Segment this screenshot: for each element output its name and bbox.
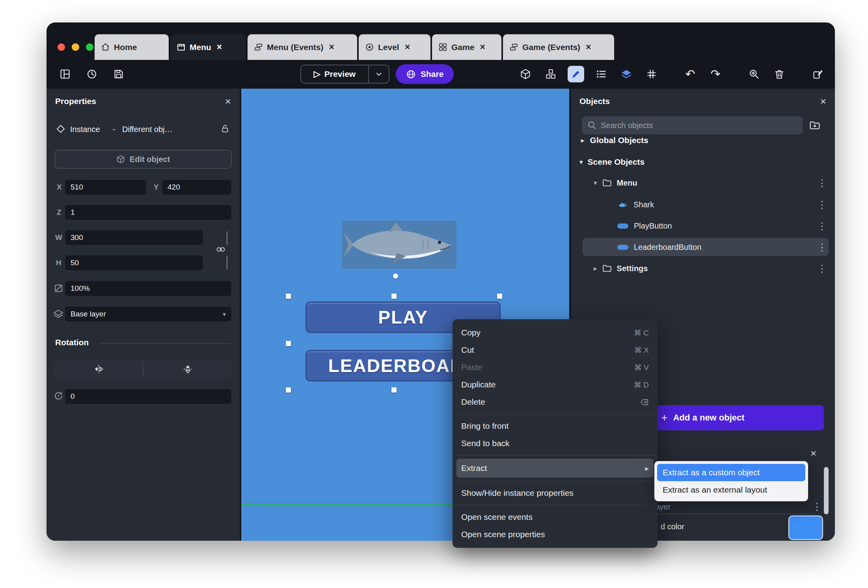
menu-item-extract[interactable]: Extract ▸ (456, 459, 654, 478)
pencil-tool-icon[interactable] (568, 66, 584, 82)
menu-item-show-hide-instance-properties[interactable]: Show/Hide instance properties (453, 484, 658, 502)
menu-item-delete[interactable]: Delete (453, 393, 658, 411)
opacity-input[interactable] (65, 281, 232, 296)
y-input[interactable] (162, 179, 232, 195)
grid-icon[interactable] (643, 66, 660, 82)
tree-label: Menu (617, 179, 637, 188)
plus-icon: + (661, 411, 667, 424)
objects-stack-icon[interactable] (542, 66, 559, 82)
preview-button[interactable]: ▷ Preview (301, 69, 368, 79)
kebab-menu-icon[interactable]: ⋮ (812, 502, 822, 512)
close-icon[interactable]: × (405, 43, 410, 52)
selection-handle[interactable] (286, 387, 291, 393)
zoom-in-icon[interactable] (746, 66, 762, 82)
traffic-light-zoom[interactable] (86, 43, 93, 51)
h-input[interactable] (65, 255, 203, 271)
color-fragment-label: d color (661, 522, 684, 531)
group-global-objects[interactable]: ▸ Global Objects (571, 132, 835, 149)
close-icon[interactable]: × (217, 43, 222, 52)
menu-item-label: Paste (461, 363, 482, 372)
events-sheet-icon (509, 43, 518, 52)
undo-icon[interactable]: ↶ (682, 66, 698, 82)
rotation-input[interactable] (65, 389, 232, 404)
tab-menu[interactable]: Menu × (170, 34, 246, 60)
selection-handle[interactable] (497, 294, 502, 299)
menu-item-open-scene-properties[interactable]: Open scene properties (453, 526, 658, 543)
menu-item-bring-to-front[interactable]: Bring to front (453, 417, 658, 435)
redo-icon[interactable]: ↷ (707, 66, 724, 82)
menu-divider (453, 505, 658, 505)
close-icon[interactable]: × (586, 43, 591, 52)
share-button[interactable]: Share (396, 64, 454, 84)
menu-item-duplicate[interactable]: Duplicate ⌘ D (453, 376, 658, 393)
save-icon[interactable] (110, 66, 127, 82)
selection-handle[interactable] (286, 341, 291, 346)
scrollbar-thumb[interactable] (824, 467, 829, 514)
link-size-icon[interactable] (215, 244, 226, 255)
tab-home[interactable]: Home (95, 34, 169, 60)
kebab-menu-icon[interactable]: ⋮ (817, 221, 827, 231)
submenu-item-extract-external-layout[interactable]: Extract as an external layout (657, 481, 805, 499)
selection-handle[interactable] (286, 294, 291, 299)
tree-object-playbutton[interactable]: PlayButton ⋮ (571, 218, 835, 234)
trash-icon[interactable] (771, 66, 788, 82)
close-icon[interactable]: × (225, 96, 231, 106)
flip-vertical-button[interactable] (143, 359, 232, 378)
shark-sprite[interactable] (342, 221, 456, 269)
kebab-menu-icon[interactable]: ⋮ (817, 264, 827, 274)
menu-item-label: Show/Hide instance properties (461, 488, 574, 498)
tab-game[interactable]: Game × (432, 34, 501, 60)
menu-item-copy[interactable]: Copy ⌘ C (453, 324, 658, 341)
flip-horizontal-button[interactable] (54, 359, 143, 378)
kebab-menu-icon[interactable]: ⋮ (817, 178, 827, 188)
menu-divider (453, 455, 658, 456)
x-input[interactable] (65, 179, 147, 195)
add-object-label: Add a new object (673, 413, 745, 423)
tree-folder-menu[interactable]: ▾ Menu ⋮ (571, 175, 835, 191)
tree-object-leaderboardbutton[interactable]: LeaderboardButton ⋮ (571, 239, 835, 255)
lock-icon[interactable] (220, 123, 230, 134)
menu-item-paste: Paste ⌘ V (453, 359, 658, 376)
preview-dropdown-button[interactable] (369, 71, 389, 78)
edit-object-button[interactable]: Edit object (54, 150, 232, 169)
pencil-square-icon[interactable] (810, 66, 826, 82)
tree-folder-settings[interactable]: ▸ Settings ⋮ (571, 260, 835, 277)
menu-item-label: Duplicate (461, 380, 496, 389)
preview-label: Preview (324, 69, 356, 79)
close-icon[interactable]: × (480, 43, 485, 52)
rotation-handle[interactable] (393, 274, 398, 279)
cube-3d-icon[interactable] (517, 66, 534, 82)
menu-item-send-to-back[interactable]: Send to back (453, 435, 658, 452)
close-icon[interactable]: × (820, 96, 826, 106)
close-icon[interactable]: × (329, 43, 334, 52)
tree-object-shark[interactable]: Shark ⋮ (571, 196, 835, 213)
tab-game-events[interactable]: Game (Events) × (503, 34, 614, 60)
group-scene-objects[interactable]: ▾ Scene Objects (571, 154, 835, 170)
menu-item-open-scene-events[interactable]: Open scene events (453, 508, 658, 526)
z-input[interactable] (65, 205, 232, 220)
instance-list-icon[interactable] (593, 66, 609, 82)
extract-submenu: Extract as a custom object Extract as an… (654, 461, 808, 501)
tab-level[interactable]: Level × (359, 34, 430, 60)
traffic-light-minimize[interactable] (72, 43, 79, 51)
w-input[interactable] (65, 230, 203, 246)
tab-menu-events[interactable]: Menu (Events) × (248, 34, 357, 60)
layers-icon[interactable] (618, 66, 635, 82)
history-icon[interactable] (84, 66, 100, 82)
layer-select[interactable]: Base layer ▾ (65, 306, 232, 322)
selection-handle[interactable] (391, 294, 397, 299)
kebab-menu-icon[interactable]: ⋮ (817, 200, 827, 210)
menu-item-cut[interactable]: Cut ⌘ X (453, 341, 658, 359)
close-icon[interactable]: × (810, 448, 816, 458)
chevron-down-icon (375, 71, 382, 78)
y-label: Y (154, 183, 159, 192)
selection-handle[interactable] (391, 387, 397, 393)
new-folder-icon[interactable] (809, 119, 821, 131)
traffic-light-close[interactable] (58, 43, 65, 51)
kebab-menu-icon[interactable]: ⋮ (817, 242, 827, 252)
color-swatch[interactable] (788, 515, 823, 540)
x-label: X (57, 183, 62, 192)
submenu-item-extract-custom-object[interactable]: Extract as a custom object (657, 464, 805, 481)
panels-layout-icon[interactable] (57, 66, 73, 82)
menu-item-label: Bring to front (461, 421, 509, 431)
